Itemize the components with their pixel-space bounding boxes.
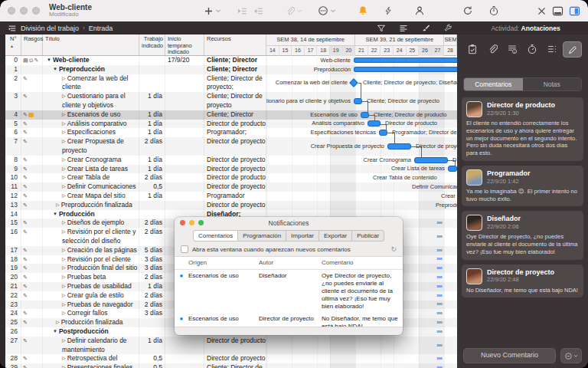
task-title[interactable]: ▷Revisión por el cliente y selección del… — [43, 228, 139, 246]
disclosure-closed-icon[interactable]: ▷ — [62, 175, 66, 179]
comment-card[interactable]: Director de producto22/9/20 1:30El clien… — [462, 97, 583, 161]
task-title[interactable]: ▷Revisión por el cliente — [43, 255, 139, 264]
column-origen[interactable]: Origen — [188, 259, 259, 267]
gantt-cell[interactable]: »» — [266, 337, 457, 355]
task-title[interactable]: ▷Diseños de ejemplo — [43, 219, 139, 228]
task-title[interactable]: ▷Crear Lista de tareas — [43, 165, 139, 174]
gantt-overflow-indicator[interactable]: »» — [436, 320, 442, 326]
gantt-overflow-indicator[interactable]: »» — [436, 248, 442, 254]
task-title[interactable]: ▷Pruebas de navegador — [43, 301, 139, 310]
gantt-overflow-indicator[interactable]: »» — [436, 220, 442, 226]
sidebar-tab-notas[interactable]: Notas — [523, 78, 582, 90]
gantt-milestone[interactable] — [349, 79, 358, 87]
comment-card[interactable]: Director de proyecto22/9/20 2:48No Diseñ… — [462, 264, 583, 298]
gantt-cell[interactable]: Crear Tabla de contenido — [266, 173, 457, 182]
gantt-overflow-indicator[interactable]: »» — [436, 256, 442, 262]
notif-tab-exportar[interactable]: Exportar — [319, 230, 352, 242]
gantt-overflow-indicator[interactable]: »» — [436, 265, 442, 271]
disclosure-closed-icon[interactable]: ▷ — [62, 157, 66, 162]
disclosure-closed-icon[interactable]: ▷ — [62, 166, 66, 171]
gantt-cell[interactable]: Web-cliente — [266, 56, 457, 65]
remove-comment-button[interactable] — [560, 348, 582, 363]
add-icon[interactable] — [204, 6, 214, 16]
gantt-cell[interactable]: Crear Mapa del sitio — [266, 192, 457, 201]
bell-icon[interactable] — [358, 5, 368, 16]
task-row[interactable]: 2✎▷Comenzar la web del clienteCliente; D… — [5, 74, 457, 93]
gantt-timescale[interactable]: SEM 38, 14 de septiembreSEM 39, 21 de se… — [266, 34, 457, 55]
task-title[interactable]: ▷Presentaciones finales — [43, 363, 139, 368]
gantt-summary-bar[interactable] — [354, 67, 457, 72]
column-header-trabajo[interactable]: Trabajo indicado — [139, 34, 165, 55]
disclosure-closed-icon[interactable]: ▷ — [62, 302, 66, 307]
task-title[interactable]: ▷Preproducción finalizada — [43, 201, 139, 210]
zoom-button[interactable] — [32, 7, 40, 15]
inspector-tab-pencil[interactable] — [563, 41, 582, 58]
gantt-overflow-indicator[interactable]: »» — [436, 274, 442, 281]
inspector-tab-clipboard[interactable] — [463, 41, 481, 56]
gantt-cell[interactable]: Preproducción — [266, 65, 457, 74]
ellipsis-chevron-icon[interactable] — [330, 8, 336, 14]
breadcrumb[interactable]: División del trabajo › Entrada — [8, 25, 113, 32]
notif-tab-programación[interactable]: Programación — [238, 230, 286, 242]
comment-card[interactable]: Programador22/9/20 1:42Ya me lo imaginab… — [462, 166, 583, 207]
gantt-task-bar[interactable] — [387, 143, 411, 150]
timer-icon[interactable] — [488, 5, 499, 16]
disclosure-closed-icon[interactable]: ▷ — [62, 139, 66, 143]
task-row[interactable]: 6✎▷Especificaciones técnicas1 díaProgram… — [5, 128, 457, 137]
gantt-overflow-indicator[interactable]: »» — [436, 365, 442, 368]
gantt-overflow-indicator[interactable]: »» — [436, 310, 442, 317]
gantt-cell[interactable]: »» — [266, 354, 457, 363]
task-title[interactable]: ▷Pruebas de usabilidad — [43, 282, 139, 291]
task-title[interactable]: ▷Crear Propuesta de proyecto — [43, 137, 139, 156]
gantt-task-bar[interactable] — [379, 130, 387, 136]
disclosure-open-icon[interactable]: ▼ — [53, 212, 57, 216]
task-title[interactable]: ▷Definir calendario de mantenimiento — [43, 337, 139, 355]
disclosure-closed-icon[interactable]: ▷ — [62, 293, 66, 297]
task-title[interactable]: ▷Creación de las páginas — [43, 246, 139, 255]
comment-card[interactable]: Diseñador22/9/20 2:06Oye Director de pro… — [462, 211, 583, 259]
gantt-cell[interactable]: Análisis comparativoDirector de producto — [266, 120, 457, 129]
task-row[interactable]: 13✎▷Preproducción finalizadaDirector de … — [5, 201, 457, 210]
disclosure-closed-icon[interactable]: ▷ — [62, 265, 66, 270]
task-title[interactable]: ▷Crear Cronograma — [43, 156, 139, 165]
task-row[interactable]: 29✎▷Presentaciones finales0,5 díasClient… — [5, 363, 457, 368]
task-row[interactable]: 27✎▷Definir calendario de mantenimiento1… — [5, 337, 457, 355]
disclosure-closed-icon[interactable]: ▷ — [62, 130, 66, 134]
task-title[interactable]: ▷Análisis comparativo — [43, 120, 139, 129]
task-title[interactable]: ▷Cuestionario para el cliente y objetivo… — [43, 92, 139, 110]
disclosure-closed-icon[interactable]: ▷ — [62, 112, 66, 117]
inspector-tab-document-info[interactable] — [503, 41, 521, 56]
gantt-task-bar[interactable] — [361, 112, 369, 118]
disclosure-closed-icon[interactable]: ▷ — [62, 94, 66, 98]
breadcrumb-item[interactable]: Entrada — [89, 25, 113, 32]
notifications-window[interactable]: Notificaciones ComentariosProgramaciónIm… — [175, 217, 403, 335]
column-header-recursos[interactable]: Recursos — [204, 34, 266, 55]
task-title[interactable]: ▷Producción finalizada — [43, 318, 139, 327]
disclosure-closed-icon[interactable]: ▷ — [56, 320, 60, 324]
disclosure-closed-icon[interactable]: ▷ — [62, 184, 66, 189]
disclosure-closed-icon[interactable]: ▷ — [62, 310, 66, 315]
task-title[interactable]: ▼Producción — [43, 210, 139, 219]
disclosure-closed-icon[interactable]: ▷ — [62, 220, 66, 225]
task-title[interactable]: ▼Postproducción — [43, 327, 139, 337]
task-title[interactable]: ▷Escenarios de uso — [43, 110, 139, 120]
notif-tab-publicar[interactable]: Publicar — [352, 230, 384, 242]
comment-flag-icon[interactable] — [28, 113, 34, 117]
gantt-task-bar[interactable] — [448, 166, 457, 172]
gantt-overflow-indicator[interactable]: »» — [436, 301, 442, 307]
notif-tab-importar[interactable]: Importar — [286, 230, 319, 242]
gantt-cell[interactable]: Crear Propuesta de proyectoDirector de p… — [266, 137, 457, 156]
disclosure-open-icon[interactable]: ▼ — [47, 58, 51, 62]
gantt-task-bar[interactable] — [354, 98, 362, 104]
breadcrumb-view[interactable]: División del trabajo — [21, 25, 79, 32]
disclosure-closed-icon[interactable]: ▷ — [62, 284, 66, 288]
notif-tab-comentarios[interactable]: Comentarios — [193, 230, 238, 242]
inspector-tab-list[interactable] — [543, 41, 560, 56]
task-row[interactable]: 4✎▷Escenarios de uso1 díaCliente; Direct… — [5, 110, 457, 120]
column-header-num[interactable]: N°▲ — [5, 34, 21, 55]
task-title[interactable]: ▷Retrospectiva del proyecto — [43, 354, 139, 363]
column-header-inicio[interactable]: Inicio temprano indicado — [165, 34, 204, 55]
gantt-overflow-indicator[interactable]: »» — [436, 356, 442, 362]
task-title[interactable]: ▷Crear Mapa del sitio — [43, 192, 139, 201]
gantt-cell[interactable]: Cuestionario para el cliente y objetivos… — [266, 92, 457, 110]
